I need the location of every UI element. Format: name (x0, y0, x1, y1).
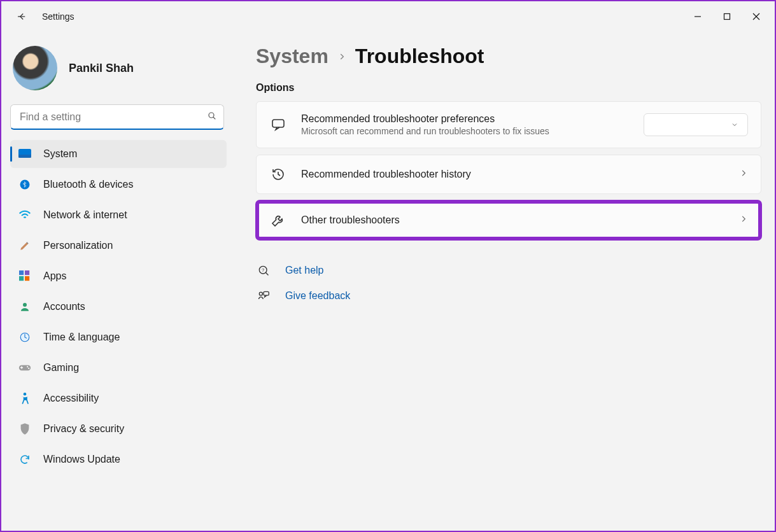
svg-rect-1 (724, 14, 730, 20)
sidebar-item-label: Privacy & security (43, 423, 124, 435)
svg-rect-11 (19, 276, 24, 281)
chat-icon (269, 117, 287, 132)
card-text: Recommended troubleshooter preferences M… (301, 113, 549, 136)
sidebar-item-time-language[interactable]: Time & language (10, 323, 227, 351)
svg-rect-7 (18, 155, 31, 158)
sidebar-item-label: Windows Update (43, 454, 120, 465)
card-title: Other troubleshooters (301, 214, 400, 226)
svg-point-23 (259, 292, 262, 295)
search-box[interactable] (10, 104, 224, 130)
sidebar: Pankil Shah System Bluetooth & device (1, 32, 230, 531)
search-icon (207, 111, 217, 123)
sidebar-item-label: Gaming (43, 362, 79, 374)
sidebar-item-windows-update[interactable]: Windows Update (10, 445, 227, 473)
link-label[interactable]: Get help (285, 265, 323, 276)
apps-icon (18, 269, 32, 283)
sidebar-item-label: Time & language (43, 332, 120, 343)
search-input[interactable] (11, 111, 223, 123)
sidebar-item-network[interactable]: Network & internet (10, 201, 227, 229)
chevron-right-icon (739, 169, 748, 180)
system-icon (18, 147, 32, 161)
svg-rect-24 (264, 291, 269, 295)
sidebar-item-label: System (43, 148, 77, 160)
sidebar-item-label: Accounts (43, 301, 85, 312)
chevron-right-icon (739, 214, 748, 226)
svg-line-5 (213, 117, 215, 119)
close-button[interactable] (742, 6, 771, 27)
window-controls (683, 6, 771, 27)
main-content: System Troubleshoot Options Recommended … (230, 32, 776, 531)
svg-rect-9 (19, 270, 24, 275)
sidebar-item-label: Apps (43, 270, 66, 282)
sidebar-item-label: Accessibility (43, 393, 99, 404)
sidebar-item-gaming[interactable]: Gaming (10, 354, 227, 382)
link-give-feedback[interactable]: Give feedback (256, 283, 761, 309)
svg-text:?: ? (262, 267, 264, 273)
svg-point-4 (209, 113, 214, 118)
preferences-dropdown[interactable] (644, 113, 748, 136)
update-icon (18, 452, 32, 466)
svg-point-17 (28, 368, 29, 369)
link-get-help[interactable]: ? Get help (256, 258, 761, 283)
breadcrumb-parent[interactable]: System (256, 45, 328, 68)
settings-window: Settings Pankil Shah (0, 0, 776, 532)
maximize-button[interactable] (712, 6, 742, 27)
section-options-label: Options (256, 82, 761, 94)
profile-block[interactable]: Pankil Shah (10, 42, 227, 102)
sidebar-item-label: Bluetooth & devices (43, 179, 133, 190)
card-troubleshooter-preferences[interactable]: Recommended troubleshooter preferences M… (256, 101, 761, 148)
card-other-troubleshooters[interactable]: Other troubleshooters (256, 200, 761, 240)
sidebar-item-accounts[interactable]: Accounts (10, 293, 227, 321)
sidebar-item-privacy[interactable]: Privacy & security (10, 415, 227, 443)
sidebar-item-label: Network & internet (43, 209, 127, 221)
svg-rect-10 (25, 270, 29, 275)
breadcrumb-current: Troubleshoot (355, 45, 484, 68)
sidebar-item-personalization[interactable]: Personalization (10, 232, 227, 260)
wifi-icon (18, 208, 32, 222)
titlebar: Settings (1, 1, 775, 32)
feedback-icon (256, 290, 271, 302)
card-troubleshooter-history[interactable]: Recommended troubleshooter history (256, 155, 761, 194)
profile-name: Pankil Shah (69, 62, 134, 75)
minimize-button[interactable] (683, 6, 712, 27)
back-button[interactable] (10, 5, 33, 28)
sidebar-item-accessibility[interactable]: Accessibility (10, 384, 227, 412)
bluetooth-icon (18, 178, 32, 192)
search (10, 104, 224, 130)
shield-icon (18, 422, 32, 436)
history-icon (269, 167, 287, 182)
svg-rect-12 (25, 276, 29, 281)
clock-globe-icon (18, 330, 32, 344)
svg-point-13 (23, 303, 27, 307)
person-icon (18, 300, 32, 314)
chevron-right-icon (337, 48, 346, 65)
paintbrush-icon (18, 239, 32, 253)
card-subtitle: Microsoft can recommend and run troubles… (301, 126, 549, 136)
link-label[interactable]: Give feedback (285, 290, 350, 302)
help-icon: ? (256, 264, 271, 277)
nav: System Bluetooth & devices Network & int… (10, 140, 227, 473)
sidebar-item-bluetooth[interactable]: Bluetooth & devices (10, 171, 227, 199)
svg-line-21 (265, 272, 268, 275)
accessibility-icon (18, 391, 32, 405)
gamepad-icon (18, 361, 32, 375)
help-links: ? Get help Give feedback (256, 258, 761, 309)
app-title: Settings (42, 11, 74, 22)
avatar (13, 46, 57, 90)
body: Pankil Shah System Bluetooth & device (1, 32, 775, 531)
svg-rect-19 (272, 120, 284, 127)
sidebar-item-label: Personalization (43, 240, 113, 251)
card-title: Recommended troubleshooter history (301, 169, 471, 180)
breadcrumb: System Troubleshoot (256, 45, 761, 68)
svg-point-18 (24, 393, 27, 396)
svg-point-16 (27, 366, 28, 367)
sidebar-item-system[interactable]: System (10, 140, 227, 168)
sidebar-item-apps[interactable]: Apps (10, 262, 227, 290)
wrench-icon (269, 213, 287, 228)
card-title: Recommended troubleshooter preferences (301, 113, 549, 125)
